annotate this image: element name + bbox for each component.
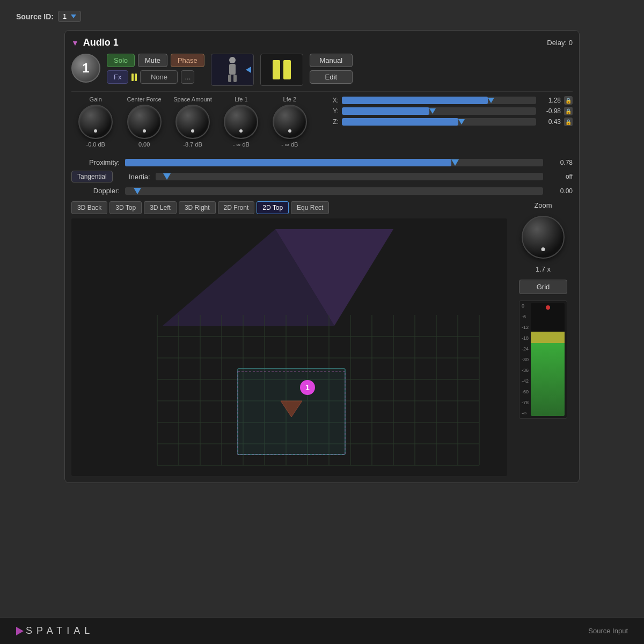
z-row: Z: 0.43 🔒 [330, 118, 573, 126]
controls-row: 1 Solo Mute Phase Fx None ... [71, 54, 573, 86]
lfe2-knob[interactable] [273, 105, 307, 139]
x-slider-fill [342, 97, 488, 104]
proximity-row: Proximity: 0.78 [71, 158, 573, 166]
vu-42db: -42 [522, 378, 529, 384]
space-amount-knob[interactable] [175, 105, 210, 139]
vu-12db: -12 [522, 325, 529, 330]
zoom-knob[interactable] [522, 216, 565, 259]
vu-18db: -18 [522, 335, 529, 341]
vu-green-bar [531, 343, 565, 416]
doppler-thumb [134, 188, 141, 194]
divider-1 [71, 91, 573, 92]
z-value: 0.43 [539, 118, 561, 126]
x-lock-icon[interactable]: 🔒 [564, 96, 573, 105]
tab-3d-top[interactable]: 3D Top [109, 201, 142, 214]
vu-6db: -6 [522, 314, 529, 319]
proximity-label: Proximity: [71, 158, 120, 166]
center-force-knob[interactable] [127, 105, 162, 139]
lfe2-knob-group: Lfe 2 - ∞ dB [266, 96, 314, 148]
tab-equ-rect[interactable]: Equ Rect [291, 201, 329, 214]
edit-button[interactable]: Edit [310, 70, 353, 84]
center-force-knob-group: Center Force 0.00 [120, 96, 168, 148]
lfe1-knob-group: Lfe 1 - ∞ dB [217, 96, 265, 148]
lfe1-value: - ∞ dB [233, 141, 250, 148]
inertia-row: Tangential Inertia: off [71, 171, 573, 182]
vu-peak-indicator [546, 305, 550, 310]
canvas-container: 1 [71, 218, 507, 476]
y-slider-fill [342, 107, 429, 115]
figure-direction-arrow [246, 67, 251, 73]
tab-3d-back[interactable]: 3D Back [71, 201, 107, 214]
buttons-column: Solo Mute Phase Fx None ... [107, 54, 204, 84]
inertia-value: off [548, 173, 573, 180]
center-force-label: Center Force [127, 96, 162, 103]
svg-rect-1 [229, 64, 236, 75]
source-id-label: Source ID: [16, 12, 54, 21]
proximity-value: 0.78 [548, 159, 573, 166]
delay-label: Delay: 0 [547, 39, 573, 47]
x-slider[interactable] [342, 97, 536, 104]
pause-bar-r [283, 60, 291, 79]
z-lock-icon[interactable]: 🔒 [564, 118, 573, 126]
vu-scale: 0 -6 -12 -18 -24 -30 -36 -42 -60 -78 -∞ [522, 303, 529, 416]
y-lock-icon[interactable]: 🔒 [564, 107, 573, 115]
pause-bar-left [131, 74, 134, 81]
phase-button[interactable]: Phase [171, 54, 204, 67]
inertia-thumb [163, 173, 171, 180]
audio-title: Audio 1 [83, 37, 119, 48]
track-number-circle: 1 [71, 54, 100, 83]
source-id-value: 1 [63, 12, 67, 20]
manual-button[interactable]: Manual [310, 54, 353, 67]
solo-button[interactable]: Solo [107, 54, 135, 67]
bottom-bar: SPATIAL Source Input [0, 617, 644, 644]
inertia-label: Inertia: [118, 173, 150, 181]
tab-2d-front[interactable]: 2D Front [218, 201, 255, 214]
lfe1-knob[interactable] [224, 105, 258, 139]
center-force-value: 0.00 [138, 141, 150, 148]
pause-bar-right [135, 74, 137, 81]
svg-rect-3 [233, 75, 237, 82]
none-button[interactable]: None [140, 70, 178, 84]
figure-display [211, 54, 254, 86]
tab-3d-right[interactable]: 3D Right [179, 201, 216, 214]
inertia-slider[interactable] [156, 173, 543, 180]
vu-78db: -78 [522, 400, 529, 405]
x-label: X: [330, 97, 339, 104]
spatial-canvas[interactable]: 1 [71, 218, 507, 476]
grid-button[interactable]: Grid [519, 280, 567, 294]
tab-3d-left[interactable]: 3D Left [144, 201, 177, 214]
z-slider[interactable] [342, 118, 536, 126]
gain-knob-group: Gain -0.0 dB [71, 96, 120, 148]
doppler-slider[interactable] [125, 187, 543, 195]
x-row: X: 1.28 🔒 [330, 96, 573, 105]
sliders-section: Proximity: 0.78 Tangential Inertia: off … [71, 158, 573, 195]
doppler-row: Doppler: 0.00 [71, 187, 573, 195]
audio-collapse-icon[interactable]: ▼ [71, 39, 79, 47]
y-label: Y: [330, 107, 339, 115]
fx-button[interactable]: Fx [107, 70, 128, 84]
tab-2d-top[interactable]: 2D Top [257, 201, 289, 214]
view-section: 3D Back 3D Top 3D Left 3D Right 2D Front… [71, 201, 573, 476]
pause-display [260, 54, 303, 86]
dots-button[interactable]: ... [181, 70, 194, 84]
vu-24db: -24 [522, 346, 529, 352]
y-slider-thumb [429, 108, 436, 114]
space-amount-knob-group: Space Amount -8.7 dB [169, 96, 217, 148]
source-id-dropdown[interactable]: 1 [58, 11, 81, 22]
y-value: -0.98 [539, 107, 561, 115]
dropdown-arrow-icon [71, 14, 76, 18]
gain-knob[interactable] [78, 105, 113, 139]
mute-button[interactable]: Mute [138, 54, 167, 67]
proximity-thumb [451, 159, 459, 166]
space-amount-value: -8.7 dB [183, 141, 202, 148]
z-slider-fill [342, 118, 458, 126]
audio-header: ▼ Audio 1 Delay: 0 [71, 37, 573, 48]
proximity-slider[interactable] [125, 159, 543, 166]
proximity-fill [125, 159, 451, 166]
tangential-button[interactable]: Tangential [71, 171, 113, 182]
bottom-button-row: Fx None ... [107, 70, 204, 84]
knobs-section: Gain -0.0 dB Center Force 0.00 Space Amo… [71, 96, 314, 148]
y-slider[interactable] [342, 107, 536, 115]
vu-30db: -30 [522, 357, 529, 362]
manual-edit-col: Manual Edit [310, 54, 353, 84]
